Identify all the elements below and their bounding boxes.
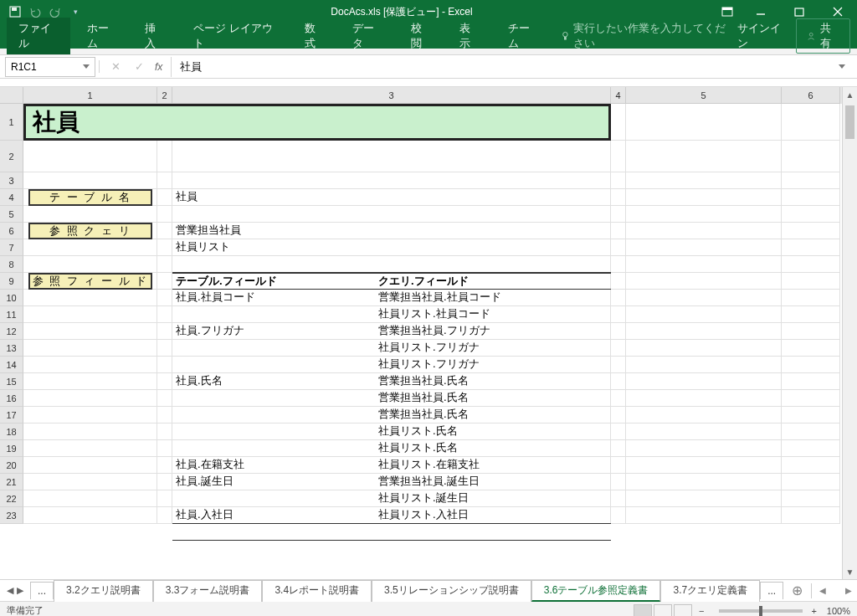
cell-query-field[interactable]: 社員リスト.フリガナ: [378, 357, 480, 372]
col-header[interactable]: 6: [782, 87, 840, 104]
row-header[interactable]: 11: [0, 306, 23, 323]
zoom-level[interactable]: 100%: [827, 606, 850, 616]
cell-value[interactable]: 社員リスト: [176, 239, 230, 254]
cell-query-field[interactable]: 営業担当社員.氏名: [378, 407, 469, 422]
label-table-name[interactable]: テ ー ブ ル 名: [28, 189, 152, 206]
cancel-icon[interactable]: ✕: [108, 60, 123, 73]
row-header[interactable]: 8: [0, 256, 23, 273]
sheet-tab[interactable]: 3.5リレーションシップ説明書: [372, 580, 531, 602]
cell-table-field[interactable]: 社員.在籍支社: [176, 457, 244, 472]
row-header[interactable]: 3: [0, 172, 23, 189]
scroll-thumb[interactable]: [845, 105, 854, 139]
row-header[interactable]: 21: [0, 474, 23, 490]
tab-nav-prev-icon[interactable]: ▶: [17, 585, 23, 596]
scroll-up-icon[interactable]: ▲: [843, 87, 857, 102]
ribbon-tab-team[interactable]: チーム: [496, 18, 550, 54]
row-header[interactable]: 20: [0, 457, 23, 474]
sheet-tab[interactable]: 3.4レポート説明書: [262, 580, 372, 602]
cell-query-field[interactable]: 社員リスト.社員コード: [378, 306, 490, 321]
row-header[interactable]: 1: [0, 104, 23, 141]
col-header[interactable]: 1: [23, 87, 157, 104]
cell-query-field[interactable]: 社員リスト.氏名: [378, 440, 458, 455]
row-header[interactable]: 10: [0, 290, 23, 306]
label-ref-field[interactable]: 参 照 フ ィ ー ル ド: [28, 273, 152, 290]
ribbon-tab-home[interactable]: ホーム: [75, 18, 129, 54]
row-header[interactable]: 15: [0, 373, 23, 390]
tell-me[interactable]: 実行したい作業を入力してください: [560, 21, 733, 51]
cell-query-field[interactable]: 営業担当社員.誕生日: [378, 474, 480, 489]
fx-icon[interactable]: fx: [155, 61, 162, 73]
cell-query-field[interactable]: 営業担当社員.社員コード: [378, 290, 501, 305]
view-normal-icon[interactable]: [634, 604, 652, 617]
zoom-in-icon[interactable]: +: [811, 606, 816, 616]
cell-query-field[interactable]: 営業担当社員.氏名: [378, 390, 469, 405]
view-pagelayout-icon[interactable]: [654, 604, 672, 617]
cell-table-field[interactable]: 社員.社員コード: [176, 290, 255, 305]
row-header[interactable]: 14: [0, 357, 23, 373]
scroll-down-icon[interactable]: ▼: [843, 564, 857, 579]
cell-query-field[interactable]: 社員リスト.氏名: [378, 424, 458, 439]
ribbon-tab-file[interactable]: ファイル: [7, 18, 70, 54]
save-icon[interactable]: [8, 5, 22, 18]
row-header[interactable]: 19: [0, 440, 23, 457]
ribbon-tab-data[interactable]: データ: [341, 18, 394, 54]
column-header-table-field[interactable]: テーブル.フィールド: [176, 274, 277, 289]
enter-icon[interactable]: ✓: [131, 60, 146, 73]
cell-value[interactable]: 社員: [176, 189, 198, 204]
cell-table-field[interactable]: 社員.入社日: [176, 507, 233, 522]
row-header[interactable]: 4: [0, 189, 23, 206]
col-header[interactable]: 3: [172, 87, 611, 104]
title-cell[interactable]: 社員: [23, 104, 611, 141]
row-header[interactable]: 22: [0, 490, 23, 507]
redo-icon[interactable]: [49, 5, 62, 18]
ribbon-tab-insert[interactable]: 挿入: [133, 18, 177, 54]
row-header[interactable]: 17: [0, 407, 23, 424]
cell-table-field[interactable]: 社員.氏名: [176, 373, 223, 388]
row-header[interactable]: 6: [0, 223, 23, 239]
cell-table-field[interactable]: 社員.誕生日: [176, 474, 233, 489]
cell-query-field[interactable]: 営業担当社員.氏名: [378, 373, 469, 388]
ribbon-tab-formulas[interactable]: 数式: [293, 18, 336, 54]
row-header[interactable]: 16: [0, 390, 23, 407]
sheet-tab[interactable]: 3.3フォーム説明書: [153, 580, 263, 602]
row-header[interactable]: 5: [0, 206, 23, 223]
cell-query-field[interactable]: 営業担当社員.フリガナ: [378, 323, 490, 338]
share-button[interactable]: 共有: [796, 18, 850, 54]
label-ref-query[interactable]: 参 照 ク ェ リ: [28, 223, 152, 239]
col-header[interactable]: 4: [611, 87, 626, 104]
sheet-tab-ellipsis-right[interactable]: ...: [760, 582, 783, 599]
row-header[interactable]: 13: [0, 340, 23, 357]
cell-table-field[interactable]: 社員.フリガナ: [176, 323, 244, 338]
sheet-tab[interactable]: 3.6テーブル参照定義書: [531, 580, 661, 602]
row-header[interactable]: 2: [0, 141, 23, 172]
sheet-tab[interactable]: 3.7クエリ定義書: [660, 580, 760, 602]
sheet-tab[interactable]: 3.2クエリ説明書: [54, 580, 153, 602]
hscroll-left-icon[interactable]: ◀: [819, 586, 826, 595]
sheet-tab-ellipsis[interactable]: ...: [30, 582, 54, 599]
cell-query-field[interactable]: 社員リスト.フリガナ: [378, 340, 480, 355]
column-header-query-field[interactable]: クエリ.フィールド: [378, 274, 469, 289]
ribbon-tab-pagelayout[interactable]: ページ レイアウト: [182, 18, 288, 54]
tab-nav-first-icon[interactable]: ◀: [7, 585, 13, 596]
cell-value[interactable]: 営業担当社員: [176, 223, 241, 238]
hscroll-right-icon[interactable]: ▶: [845, 586, 852, 595]
name-box[interactable]: R1C1: [5, 57, 95, 77]
cell-query-field[interactable]: 社員リスト.在籍支社: [378, 457, 480, 472]
sign-in-link[interactable]: サインイン: [737, 21, 786, 51]
formula-input[interactable]: 社員: [171, 57, 857, 77]
zoom-out-icon[interactable]: −: [699, 606, 704, 616]
select-all-corner[interactable]: [0, 87, 23, 104]
row-header[interactable]: 9: [0, 273, 23, 290]
ribbon-tab-review[interactable]: 校閲: [399, 18, 443, 54]
vertical-scrollbar[interactable]: ▲ ▼: [842, 87, 857, 579]
col-header[interactable]: 5: [626, 87, 782, 104]
add-sheet-icon[interactable]: ⊕: [783, 583, 811, 598]
cell-query-field[interactable]: 社員リスト.入社日: [378, 507, 469, 522]
cell-query-field[interactable]: 社員リスト.誕生日: [378, 490, 469, 506]
view-pagebreak-icon[interactable]: [674, 604, 692, 617]
undo-icon[interactable]: [28, 5, 42, 18]
col-header[interactable]: 2: [157, 87, 172, 104]
zoom-slider[interactable]: [719, 609, 803, 613]
row-header[interactable]: 7: [0, 239, 23, 256]
row-header[interactable]: 23: [0, 507, 23, 524]
